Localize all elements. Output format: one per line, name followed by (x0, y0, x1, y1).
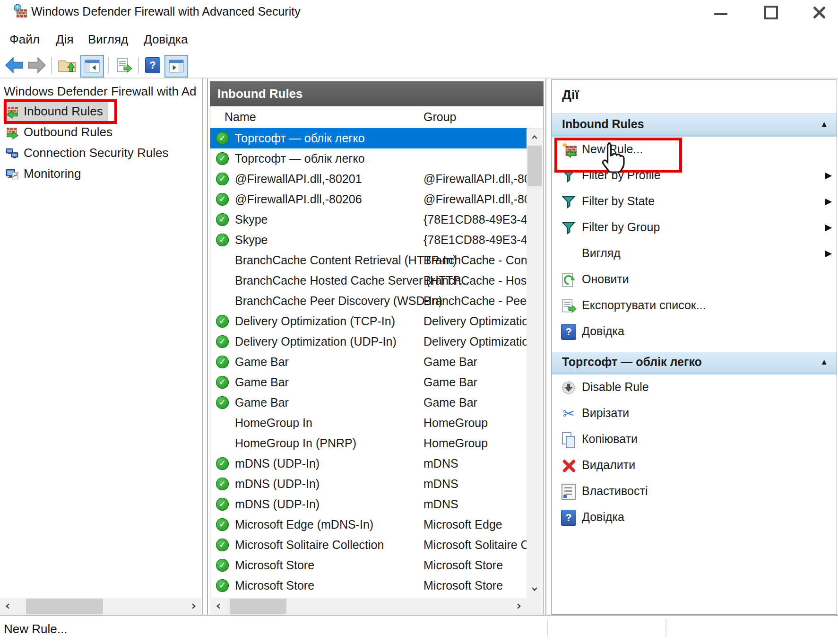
rule-row[interactable]: ✓ mDNS (UDP-In) mDNS (210, 474, 527, 494)
minimize-icon (714, 13, 727, 15)
scroll-up-arrow[interactable] (527, 130, 543, 146)
action-properties[interactable]: Властивості (552, 479, 837, 505)
export-list-button[interactable] (113, 55, 134, 76)
rule-row[interactable]: ✓ @FirewallAPI.dll,-80206 @FirewallAPI.d… (210, 189, 527, 209)
rule-row[interactable]: ✓ Delivery Optimization (UDP-In) Deliver… (210, 331, 527, 352)
check-glyph: ✓ (219, 133, 226, 143)
rule-row[interactable]: ✓ Microsoft Store Microsoft Store (210, 555, 527, 575)
monitoring-icon (6, 167, 19, 180)
tree-horizontal-scrollbar[interactable] (0, 598, 201, 615)
menu-view[interactable]: Вигляд (88, 32, 128, 47)
rule-row[interactable]: ✓ BranchCache Hosted Cache Server (HTTP.… (210, 270, 527, 291)
action-view[interactable]: Вигляд ▶ (552, 241, 837, 267)
collapse-icon[interactable]: ▲ (820, 114, 828, 134)
show-console-tree-button[interactable] (80, 55, 104, 78)
back-button[interactable] (4, 55, 25, 76)
scroll-thumb[interactable] (230, 599, 286, 614)
rule-row[interactable]: ✓ Microsoft Store Microsoft Store (210, 575, 527, 596)
minimize-button[interactable] (710, 2, 732, 23)
action-cut[interactable]: ✂ Вирізати (552, 400, 837, 426)
rule-group: Delivery Optimization (423, 311, 527, 331)
action-export-list[interactable]: Експортувати список... (552, 293, 837, 319)
action-label: Експортувати список... (582, 298, 706, 312)
show-action-pane-button[interactable] (164, 55, 188, 78)
rule-row[interactable]: ✓ HomeGroup In (PNRP) HomeGroup (210, 433, 527, 453)
rule-row[interactable]: ✓ @FirewallAPI.dll,-80201 @FirewallAPI.d… (210, 169, 527, 189)
rule-row[interactable]: ✓ Game Bar Game Bar (210, 372, 527, 392)
actions-section-inbound-rules[interactable]: Inbound Rules ▲ (552, 114, 837, 137)
action-disable-rule[interactable]: Disable Rule (552, 374, 837, 400)
rule-row[interactable]: ✓ HomeGroup In HomeGroup (210, 413, 527, 433)
help-icon: ? (560, 323, 577, 340)
section-header-label: Inbound Rules (562, 117, 644, 131)
action-filter-by-group[interactable]: Filter by Group ▶ (552, 215, 837, 241)
rule-row[interactable]: ✓ BranchCache Content Retrieval (HTTP-In… (210, 250, 527, 270)
check-glyph: ✓ (219, 215, 226, 224)
rule-row[interactable]: ✓ mDNS (UDP-In) mDNS (210, 494, 527, 514)
close-button[interactable] (808, 2, 830, 23)
rule-row[interactable]: ✓ Microsoft Solitaire Collection Microso… (210, 535, 527, 555)
scroll-right-arrow[interactable] (510, 598, 527, 614)
rule-group: BranchCache - Conte (423, 250, 527, 270)
scroll-left-arrow[interactable] (211, 598, 227, 614)
rule-group: HomeGroup (423, 413, 527, 433)
rule-row[interactable]: ✓ mDNS (UDP-In) mDNS (210, 453, 527, 474)
menu-file[interactable]: Файл (9, 32, 40, 47)
check-glyph: ✓ (219, 479, 226, 488)
sidebar-item-monitoring[interactable]: Monitoring (3, 164, 86, 183)
column-header-group[interactable]: Group (423, 110, 456, 124)
toolbar: ? (0, 53, 838, 78)
rule-row[interactable]: ✓ Game Bar Game Bar (210, 392, 527, 413)
action-new-rule[interactable]: New Rule... (552, 137, 837, 163)
tree-root-node[interactable]: Windows Defender Firewall with Ad (4, 84, 197, 99)
help-button[interactable]: ? (144, 55, 162, 76)
rules-horizontal-scrollbar[interactable] (211, 598, 527, 615)
column-header-name[interactable]: Name (225, 110, 256, 124)
rule-group: HomeGroup (423, 433, 527, 453)
rule-enabled-check-icon: ✓ (216, 457, 229, 470)
sidebar-item-inbound-rules[interactable]: Inbound Rules (3, 101, 108, 121)
menu-help[interactable]: Довідка (144, 32, 188, 47)
rule-row[interactable]: ✓ Skype {78E1CD88-49E3-476E (210, 209, 527, 230)
menu-action[interactable]: Дія (56, 32, 73, 47)
scroll-thumb[interactable] (527, 146, 542, 186)
scroll-right-arrow[interactable] (185, 598, 201, 614)
refresh-icon (560, 271, 577, 288)
rule-group: Game Bar (423, 352, 527, 372)
rule-row[interactable]: ✓ Skype {78E1CD88-49E3-476E (210, 230, 527, 250)
rule-row[interactable]: ✓ Delivery Optimization (TCP-In) Deliver… (210, 311, 527, 331)
scroll-thumb[interactable] (26, 599, 103, 614)
rule-group: @FirewallAPI.dll,-8020 (423, 189, 527, 209)
action-filter-by-state[interactable]: Filter by State ▶ (552, 189, 837, 215)
rules-vertical-scrollbar[interactable] (527, 129, 543, 598)
status-separator (547, 619, 548, 637)
forward-arrow-icon (27, 57, 46, 74)
rule-row[interactable]: ✓ Game Bar Game Bar (210, 352, 527, 372)
action-label: Оновити (582, 272, 629, 286)
scroll-down-arrow[interactable] (527, 581, 543, 597)
action-help[interactable]: ? Довідка (552, 319, 837, 345)
sidebar-item-connection-security-rules[interactable]: Connection Security Rules (3, 143, 173, 163)
rule-name: Торгсофт — облік легко (235, 148, 365, 169)
action-refresh[interactable]: Оновити (552, 267, 837, 293)
action-filter-by-profile[interactable]: Filter by Profile ▶ (552, 163, 837, 189)
list-column-headers: Name Group (210, 106, 543, 129)
scroll-left-arrow[interactable] (0, 598, 16, 614)
check-glyph: ✓ (219, 235, 226, 244)
action-label: Властивості (582, 484, 648, 498)
check-glyph: ✓ (219, 581, 226, 590)
up-one-level-button[interactable] (57, 55, 78, 76)
actions-section-torgsoft[interactable]: Торгсофт — облік легко ▲ (552, 352, 837, 374)
action-label: Disable Rule (582, 380, 649, 394)
rule-row[interactable]: ✓ BranchCache Peer Discovery (WSD-In) Br… (210, 291, 527, 311)
collapse-icon[interactable]: ▲ (820, 352, 828, 372)
rule-row[interactable]: ✓ Торгсофт — облік легко (210, 128, 527, 148)
action-delete[interactable]: Видалити (552, 453, 837, 479)
rule-row[interactable]: ✓ Microsoft Edge (mDNS-In) Microsoft Edg… (210, 514, 527, 535)
rule-row[interactable]: ✓ Торгсофт — облік легко (210, 148, 527, 169)
forward-button[interactable] (26, 55, 47, 76)
maximize-button[interactable] (760, 2, 782, 23)
action-copy[interactable]: Копіювати (552, 426, 837, 453)
action-help-2[interactable]: ? Довідка (552, 505, 837, 531)
sidebar-item-outbound-rules[interactable]: Outbound Rules (3, 122, 117, 142)
